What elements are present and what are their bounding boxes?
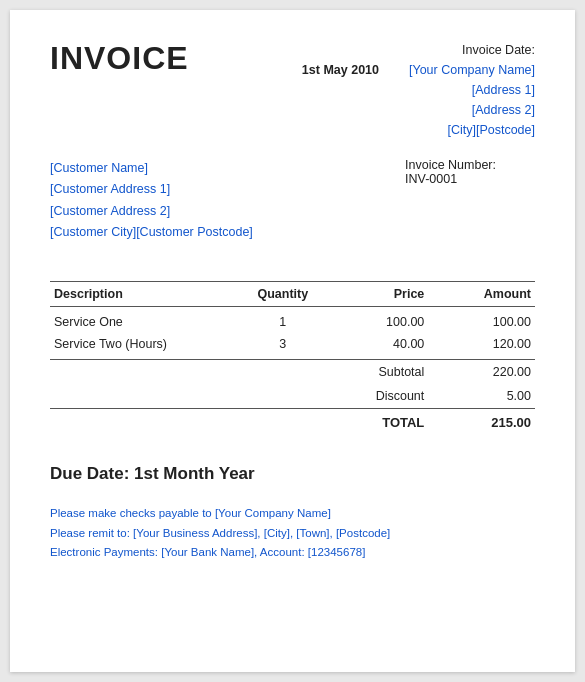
header-right-block: Invoice Date: 1st May 2010 [Your Company…	[302, 40, 535, 140]
due-date-section: Due Date: 1st Month Year	[50, 464, 535, 484]
footer-line2: Please remit to: [Your Business Address]…	[50, 524, 535, 544]
col-header-price: Price	[331, 282, 428, 307]
item-description-1: Service One	[50, 307, 234, 334]
customer-address1: [Customer Address 1]	[50, 179, 253, 200]
company-city-postcode: [City][Postcode]	[447, 120, 535, 140]
table-row: Service One 1 100.00 100.00	[50, 307, 535, 334]
discount-value: 5.00	[428, 384, 535, 409]
total-row: TOTAL 215.00	[50, 409, 535, 437]
table-header-row: Description Quantity Price Amount	[50, 282, 535, 307]
invoice-header: INVOICE Invoice Date: 1st May 2010 [Your…	[50, 40, 535, 140]
company-name: [Your Company Name]	[409, 60, 535, 80]
due-date-title: Due Date: 1st Month Year	[50, 464, 535, 484]
col-header-quantity: Quantity	[234, 282, 331, 307]
item-amount-2: 120.00	[428, 333, 535, 360]
invoice-number-block: Invoice Number: INV-0001	[405, 158, 535, 261]
company-address1: [Address 1]	[472, 80, 535, 100]
item-price-1: 100.00	[331, 307, 428, 334]
invoice-table: Description Quantity Price Amount Servic…	[50, 281, 535, 436]
invoice-page: INVOICE Invoice Date: 1st May 2010 [Your…	[10, 10, 575, 672]
customer-city-postcode: [Customer City][Customer Postcode]	[50, 222, 253, 243]
customer-name: [Customer Name]	[50, 158, 253, 179]
item-amount-1: 100.00	[428, 307, 535, 334]
col-header-description: Description	[50, 282, 234, 307]
customer-address2: [Customer Address 2]	[50, 201, 253, 222]
discount-label: Discount	[331, 384, 428, 409]
invoice-number-value: INV-0001	[405, 172, 535, 186]
item-quantity-1: 1	[234, 307, 331, 334]
date-value: 1st May 2010	[302, 60, 379, 80]
item-description-2: Service Two (Hours)	[50, 333, 234, 360]
customer-block: [Customer Name] [Customer Address 1] [Cu…	[50, 158, 253, 243]
subtotal-row: Subtotal 220.00	[50, 360, 535, 385]
invoice-number-label: Invoice Number:	[405, 158, 535, 172]
total-value: 215.00	[428, 409, 535, 437]
date-label: Invoice Date:	[302, 40, 535, 60]
company-address2: [Address 2]	[472, 100, 535, 120]
col-header-amount: Amount	[428, 282, 535, 307]
customer-invoice-info: [Customer Name] [Customer Address 1] [Cu…	[50, 158, 535, 261]
discount-row: Discount 5.00	[50, 384, 535, 409]
footer-section: Please make checks payable to [Your Comp…	[50, 500, 535, 563]
total-label: TOTAL	[331, 409, 428, 437]
subtotal-value: 220.00	[428, 360, 535, 385]
invoice-title-block: INVOICE	[50, 40, 189, 140]
subtotal-label: Subtotal	[331, 360, 428, 385]
item-price-2: 40.00	[331, 333, 428, 360]
footer-line3: Electronic Payments: [Your Bank Name], A…	[50, 543, 535, 563]
invoice-title: INVOICE	[50, 40, 189, 77]
footer-line1: Please make checks payable to [Your Comp…	[50, 504, 535, 524]
item-quantity-2: 3	[234, 333, 331, 360]
table-row: Service Two (Hours) 3 40.00 120.00	[50, 333, 535, 360]
